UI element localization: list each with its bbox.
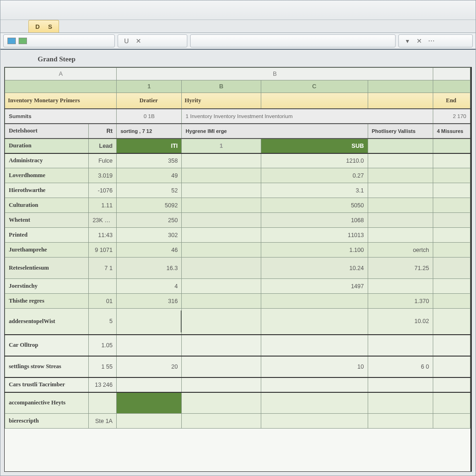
row-value[interactable] (182, 213, 261, 228)
row-label[interactable]: Printed (5, 228, 89, 243)
row-value[interactable] (368, 377, 433, 392)
row-code[interactable] (89, 279, 117, 294)
row-label[interactable]: Car Olltrop (5, 335, 89, 356)
row-code[interactable]: 11:43 (89, 228, 117, 243)
table-row[interactable]: AdministracyFulce3581210.0 (5, 153, 470, 168)
row-value[interactable]: 10.24 (261, 258, 368, 279)
row-value[interactable]: SUB (261, 139, 368, 153)
row-value[interactable] (117, 377, 182, 392)
row-label[interactable]: Cars trustli Tacrimber (5, 377, 89, 392)
row-value[interactable] (182, 168, 261, 183)
col-letter-blank[interactable] (433, 68, 470, 80)
col-letter[interactable]: B (117, 68, 433, 80)
row-label[interactable]: Loverdhomme (5, 168, 89, 183)
color-swatch-blue[interactable] (7, 38, 16, 44)
row-value[interactable]: 4 (117, 279, 182, 294)
row-code[interactable]: 1 55 (89, 356, 117, 377)
row-value[interactable]: 6 0 (368, 356, 433, 377)
row-code[interactable]: 01 (89, 294, 117, 309)
row-value[interactable] (368, 279, 433, 294)
row-value[interactable] (433, 294, 470, 309)
row-value[interactable] (182, 377, 261, 392)
row-value[interactable] (433, 168, 470, 183)
row-code[interactable]: 5 (89, 309, 117, 335)
row-value[interactable]: 5050 (261, 198, 368, 213)
col-sub[interactable]: B (182, 80, 261, 93)
col-sub[interactable]: C (261, 80, 368, 93)
row-value[interactable] (368, 335, 433, 356)
table-row[interactable]: Printed11:4330211013 (5, 228, 470, 243)
row-value[interactable] (182, 198, 261, 213)
row-value[interactable] (261, 335, 368, 356)
row-value[interactable]: 1 (182, 139, 261, 153)
row-label[interactable]: Reteselentiesum (5, 258, 89, 279)
row-value[interactable] (433, 243, 470, 258)
table-row[interactable]: bierescripthSte 1A (5, 414, 470, 429)
row-value[interactable]: 302 (117, 228, 182, 243)
row-value[interactable]: 250 (117, 213, 182, 228)
row-label[interactable]: Administracy (5, 153, 89, 168)
table-row[interactable]: settlings strow Streas1 5520106 0 (5, 356, 470, 377)
table-row[interactable]: Loverdhomme3.019490.27 (5, 168, 470, 183)
row-value[interactable]: ITI (117, 139, 182, 153)
row-code[interactable]: 1.11 (89, 198, 117, 213)
more-icon[interactable]: ⋯ (427, 36, 436, 46)
row-value[interactable]: 16.3 (117, 258, 182, 279)
row-value[interactable] (261, 309, 368, 335)
row-value[interactable] (117, 392, 182, 414)
row-code[interactable]: 3.019 (89, 168, 117, 183)
row-label[interactable]: Whetent (5, 213, 89, 228)
table-row[interactable]: Culturation1.1150925050 (5, 198, 470, 213)
row-code[interactable] (89, 392, 117, 414)
row-value[interactable] (433, 213, 470, 228)
row-code[interactable]: 1.05 (89, 335, 117, 356)
color-swatch-green[interactable] (19, 38, 27, 44)
row-label[interactable]: accompaniective Heyts (5, 392, 89, 414)
row-value[interactable] (433, 258, 470, 279)
row-value[interactable]: 1497 (261, 279, 368, 294)
row-value[interactable] (368, 183, 433, 198)
row-value[interactable] (433, 356, 470, 377)
row-value[interactable] (433, 198, 470, 213)
row-value[interactable]: 316 (117, 294, 182, 309)
row-value[interactable]: 49 (117, 168, 182, 183)
col-letter[interactable]: A (5, 68, 117, 80)
row-value[interactable]: 10.02 (368, 309, 433, 335)
table-row[interactable]: DurationLeadITI1SUB (5, 139, 470, 153)
row-value[interactable] (182, 356, 261, 377)
row-value[interactable] (368, 392, 433, 414)
row-value[interactable] (182, 414, 261, 429)
row-code[interactable]: 13 246 (89, 377, 117, 392)
row-label[interactable]: Culturation (5, 198, 89, 213)
row-value[interactable] (368, 139, 433, 153)
ribbon-tab-d[interactable]: D S (28, 20, 59, 33)
row-value[interactable] (368, 414, 433, 429)
row-value[interactable]: 52 (117, 183, 182, 198)
row-value[interactable]: 358 (117, 153, 182, 168)
row-value[interactable] (261, 392, 368, 414)
row-value[interactable] (433, 279, 470, 294)
table-row[interactable]: Cars trustli Tacrimber13 246 (5, 377, 470, 392)
row-value[interactable] (182, 243, 261, 258)
row-code[interactable]: 7 1 (89, 258, 117, 279)
row-value[interactable] (433, 414, 470, 429)
row-value[interactable] (182, 228, 261, 243)
row-value[interactable]: 46 (117, 243, 182, 258)
row-value[interactable] (368, 198, 433, 213)
row-value[interactable]: 0.27 (261, 168, 368, 183)
row-value[interactable]: 3.1 (261, 183, 368, 198)
row-label[interactable]: Hierothwarthe (5, 183, 89, 198)
table-row[interactable]: Jurethamprehe9 1071461.100oertch (5, 243, 470, 258)
row-value[interactable]: 20 (117, 356, 182, 377)
col-sub-blank[interactable] (433, 80, 470, 93)
row-value[interactable] (117, 335, 182, 356)
row-value[interactable]: oertch (368, 243, 433, 258)
table-row[interactable]: addersentopelWist510.02 (5, 309, 470, 335)
table-row[interactable]: Joerstinchy41497 (5, 279, 470, 294)
row-code[interactable]: Lead (89, 139, 117, 153)
row-value[interactable] (433, 228, 470, 243)
table-row[interactable]: Thisthe regres013161.370 (5, 294, 470, 309)
row-value[interactable] (368, 213, 433, 228)
table-row[interactable]: Car Olltrop1.05 (5, 335, 470, 356)
col-sub-blank[interactable] (368, 80, 433, 93)
